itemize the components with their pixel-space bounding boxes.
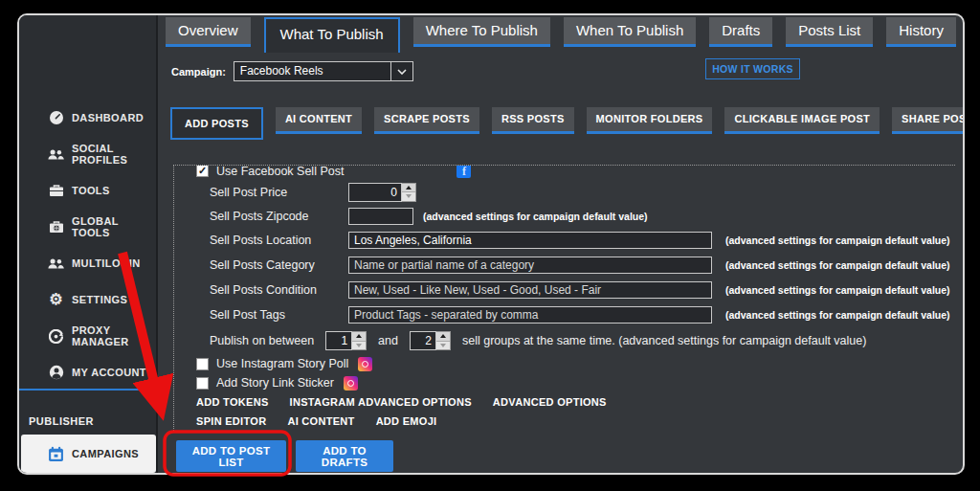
sell-post-tags-label: Sell Post Tags	[210, 308, 348, 322]
sell-posts-zipcode-label: Sell Posts Zipcode	[210, 210, 348, 223]
tab-overview[interactable]: Overview	[166, 17, 251, 47]
campaign-label: Campaign:	[171, 66, 226, 78]
sidebar-item-label: SOCIAL PROFILES	[72, 143, 156, 166]
campaign-select[interactable]: Facebook Reels	[234, 61, 413, 81]
sell-groups-min-stepper[interactable]: 1	[325, 331, 367, 350]
sell-posts-condition-input[interactable]	[348, 281, 712, 299]
spin-down-icon[interactable]	[402, 191, 415, 201]
instagram-icon	[344, 376, 358, 391]
spin-down-icon[interactable]	[436, 341, 450, 350]
sell-groups-max-value[interactable]: 2	[410, 331, 436, 350]
sidebar-item-label: GLOBAL TOOLS	[72, 215, 156, 238]
sell-post-tags-row: Sell Post Tags (advanced settings for ca…	[174, 302, 955, 327]
add-to-drafts-button[interactable]: ADD TO DRAFTS	[296, 440, 393, 472]
tab-when-to-publish[interactable]: When To Publish	[564, 17, 696, 47]
sell-post-price-stepper[interactable]: 0	[348, 183, 416, 202]
sell-post-row: ✓ Use Facebook Sell Post f	[174, 166, 955, 180]
chevron-down-icon[interactable]	[390, 62, 412, 80]
sell-posts-zipcode-input[interactable]	[348, 208, 413, 225]
sell-posts-zipcode-row: Sell Posts Zipcode (advanced settings fo…	[174, 204, 955, 228]
subtab-clickable-image-post[interactable]: CLICKABLE IMAGE POST	[724, 107, 880, 134]
dashboard-icon	[48, 110, 64, 125]
publish-between-and: and	[378, 334, 398, 347]
tab-where-to-publish[interactable]: Where To Publish	[413, 17, 550, 47]
main-content: Overview What To Publish Where To Publis…	[160, 15, 963, 473]
sidebar-item-my-account[interactable]: MY ACCOUNT	[19, 354, 156, 391]
add-tokens-link[interactable]: ADD TOKENS	[196, 396, 269, 408]
briefcase-globe-icon	[48, 219, 64, 234]
sell-groups-min-value[interactable]: 1	[325, 331, 352, 350]
sell-post-tags-input[interactable]	[348, 306, 712, 324]
sidebar-item-label: CAMPAIGNS	[72, 448, 139, 459]
tab-what-to-publish[interactable]: What To Publish	[264, 17, 400, 53]
sidebar-item-label: DASHBOARD	[72, 112, 144, 123]
form-actions: ADD TO POST LIST ADD TO DRAFTS	[176, 440, 393, 472]
sell-posts-location-input[interactable]	[348, 232, 712, 249]
spin-down-icon[interactable]	[352, 341, 366, 350]
publish-between-row: Publish on between 1 and 2 sell	[174, 327, 955, 354]
sell-groups-max-stepper[interactable]: 2	[410, 331, 451, 350]
add-posts-form: ✓ Use Facebook Sell Post f Sell Post Pri…	[173, 165, 955, 431]
main-tab-bar: Overview What To Publish Where To Publis…	[166, 17, 956, 53]
sell-posts-category-row: Sell Posts Category (advanced settings f…	[174, 253, 955, 278]
story-poll-row: Use Instagram Story Poll	[174, 354, 955, 373]
proxy-icon	[48, 328, 64, 344]
sell-posts-location-label: Sell Posts Location	[210, 234, 348, 247]
campaign-row: Campaign: Facebook Reels	[171, 61, 413, 81]
sidebar-item-label: SETTINGS	[72, 294, 127, 305]
spin-editor-link[interactable]: SPIN EDITOR	[196, 415, 266, 427]
users-icon	[48, 146, 64, 162]
add-story-link-sticker-checkbox[interactable]	[196, 377, 209, 390]
campaign-select-value: Facebook Reels	[234, 62, 390, 80]
condition-hint: (advanced settings for campaign default …	[725, 284, 950, 296]
sidebar-item-social-profiles[interactable]: SOCIAL PROFILES	[19, 136, 156, 172]
subtab-add-posts[interactable]: ADD POSTS	[170, 107, 263, 140]
sell-posts-location-row: Sell Posts Location (advanced settings f…	[174, 228, 955, 253]
category-hint: (advanced settings for campaign default …	[725, 259, 950, 271]
tab-drafts[interactable]: Drafts	[709, 17, 772, 47]
sell-post-price-value[interactable]: 0	[348, 183, 402, 202]
sidebar-item-label: MY ACCOUNT	[72, 367, 146, 378]
publish-between-prefix: Publish on between	[210, 334, 314, 347]
sidebar-item-proxy-manager[interactable]: PROXY MANAGER	[19, 318, 156, 354]
publish-between-suffix: sell groups at the same time. (advanced …	[462, 334, 866, 347]
tags-hint: (advanced settings for campaign default …	[725, 309, 950, 321]
sidebar-item-global-tools[interactable]: GLOBAL TOOLS	[19, 209, 156, 245]
spin-up-icon[interactable]	[436, 332, 450, 341]
tab-history[interactable]: History	[886, 17, 956, 47]
subtab-monitor-folders[interactable]: MONITOR FOLDERS	[587, 107, 713, 134]
sell-posts-condition-row: Sell Posts Condition (advanced settings …	[174, 278, 955, 302]
use-instagram-story-poll-checkbox[interactable]	[196, 358, 209, 370]
sell-posts-condition-label: Sell Posts Condition	[210, 283, 348, 297]
use-instagram-story-poll-label: Use Instagram Story Poll	[216, 357, 348, 370]
add-story-link-sticker-label: Add Story Link Sticker	[216, 376, 334, 390]
advanced-options-link[interactable]: ADVANCED OPTIONS	[493, 396, 607, 408]
sidebar-item-dashboard[interactable]: DASHBOARD	[19, 100, 156, 136]
subtab-scrape-posts[interactable]: SCRAPE POSTS	[374, 107, 479, 134]
sidebar-item-campaigns[interactable]: CAMPAIGNS	[21, 435, 156, 473]
sidebar-item-multilogin[interactable]: MULTILOGIN	[19, 245, 156, 281]
user-circle-icon	[48, 365, 64, 380]
subtab-share-post[interactable]: SHARE POST	[892, 107, 965, 134]
add-emoji-link[interactable]: ADD EMOJI	[376, 415, 437, 427]
sell-posts-category-label: Sell Posts Category	[210, 258, 348, 272]
instagram-advanced-options-link[interactable]: INSTAGRAM ADVANCED OPTIONS	[290, 396, 472, 408]
sidebar-item-label: PROXY MANAGER	[72, 324, 156, 347]
sidebar-item-tools[interactable]: TOOLS	[19, 172, 156, 209]
action-links-row-1: ADD TOKENS INSTAGRAM ADVANCED OPTIONS AD…	[174, 392, 955, 412]
subtab-ai-content[interactable]: AI CONTENT	[276, 107, 362, 134]
sidebar: DASHBOARD SOCIAL PROFILES TOOLS GLOBAL T…	[19, 15, 158, 473]
use-facebook-sell-post-checkbox[interactable]: ✓	[196, 166, 209, 177]
add-to-post-list-button[interactable]: ADD TO POST LIST	[176, 440, 286, 472]
spin-up-icon[interactable]	[352, 332, 366, 341]
ai-content-link[interactable]: AI CONTENT	[287, 415, 354, 427]
sidebar-section-publisher: PUBLISHER	[29, 415, 94, 427]
spin-up-icon[interactable]	[402, 184, 415, 192]
sell-posts-category-input[interactable]	[348, 257, 712, 274]
sell-post-price-row: Sell Post Price 0	[174, 180, 955, 204]
sell-post-price-label: Sell Post Price	[210, 186, 348, 199]
sidebar-item-settings[interactable]: ⚙ SETTINGS	[19, 281, 156, 318]
tab-posts-list[interactable]: Posts List	[786, 17, 873, 47]
subtab-rss-posts[interactable]: RSS POSTS	[492, 107, 574, 134]
how-it-works-button[interactable]: HOW IT WORKS	[705, 58, 800, 79]
